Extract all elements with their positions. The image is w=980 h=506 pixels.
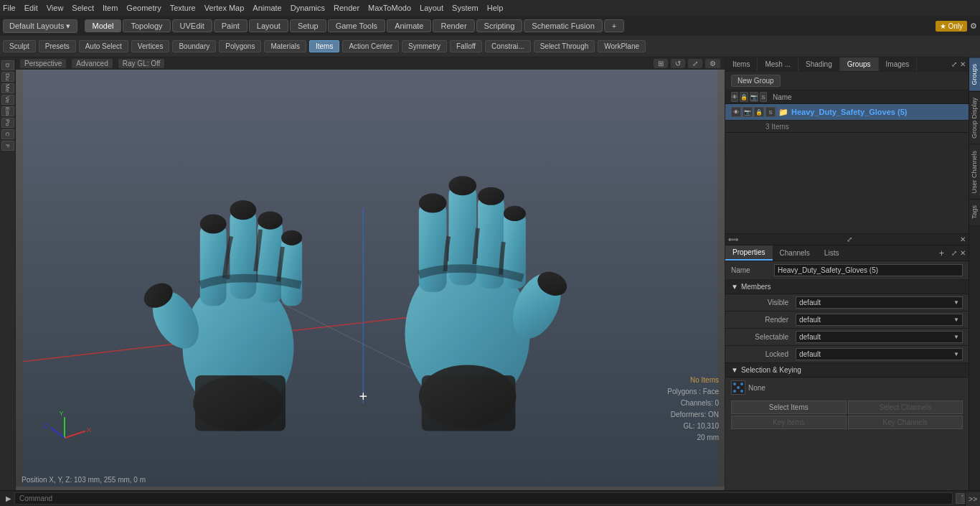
select-through-button[interactable]: Select Through: [534, 40, 595, 52]
sculpt-button[interactable]: Sculpt: [3, 40, 36, 52]
polygons-button[interactable]: Polygons: [219, 40, 261, 52]
layout-tab-schematic[interactable]: Schematic Fusion: [524, 19, 602, 32]
layout-tab-render[interactable]: Render: [433, 19, 474, 32]
viewport-icon-1[interactable]: ⊞: [654, 59, 668, 68]
key-channels-button[interactable]: Key Channels: [848, 416, 963, 429]
menu-maxtomodo[interactable]: MaxToModo: [368, 4, 411, 12]
layout-tab-setup[interactable]: Setup: [290, 19, 326, 32]
locked-select[interactable]: default ▼: [796, 348, 963, 360]
sidebar-item-7[interactable]: C: [1, 129, 14, 139]
visible-select[interactable]: default ▼: [796, 296, 963, 309]
menu-item[interactable]: Item: [103, 4, 118, 12]
layout-tab-model[interactable]: Model: [85, 19, 122, 32]
key-items-button[interactable]: Key Items: [731, 416, 847, 429]
sidebar-item-3[interactable]: Me: [1, 83, 14, 93]
name-input[interactable]: [774, 264, 963, 276]
panel-tab-items[interactable]: Items: [725, 57, 758, 71]
panel-tab-mesh[interactable]: Mesh ...: [758, 57, 798, 71]
panel-resize-icon3[interactable]: ✕: [960, 235, 966, 243]
viewport-mode[interactable]: Advanced: [72, 59, 112, 68]
v-tab-tags[interactable]: Tags: [969, 199, 980, 225]
viewport-icon-4[interactable]: ⚙: [705, 59, 720, 68]
sidebar-item-2[interactable]: Du: [1, 72, 14, 82]
menu-render[interactable]: Render: [334, 4, 359, 12]
layout-tab-paint[interactable]: Paint: [214, 19, 248, 32]
sidebar-item-6[interactable]: Po: [1, 118, 14, 128]
layout-tab-topology[interactable]: Topology: [123, 19, 170, 32]
panel-resize-icon[interactable]: ⟺: [728, 235, 738, 243]
select-channels-button[interactable]: Select Channels: [848, 400, 963, 414]
command-input[interactable]: [14, 492, 953, 505]
panel-close-icon[interactable]: ✕: [960, 60, 966, 68]
members-section-header[interactable]: ▼ Members: [725, 280, 969, 294]
menu-animate[interactable]: Animate: [253, 4, 281, 12]
group-render-icon[interactable]: 📷: [743, 107, 753, 117]
auto-select-button[interactable]: Auto Select: [79, 40, 128, 52]
falloff-button[interactable]: Falloff: [450, 40, 482, 52]
items-button[interactable]: Items: [309, 40, 339, 52]
settings-icon[interactable]: ⚙: [970, 22, 977, 31]
layout-tab-uvedit[interactable]: UVEdit: [172, 19, 212, 32]
panel-resize-icon2[interactable]: ⤢: [847, 235, 852, 243]
vertices-button[interactable]: Vertices: [131, 40, 170, 52]
selectable-select[interactable]: default ▼: [796, 331, 963, 343]
menu-edit[interactable]: Edit: [24, 4, 38, 12]
viewport-canvas[interactable]: X Y Z No Items Polygons : Face Channels:…: [16, 70, 725, 487]
viewport-ray[interactable]: Ray GL: Off: [118, 59, 165, 68]
layout-dropdown[interactable]: Default Layouts ▾: [3, 19, 77, 33]
action-center-button[interactable]: Action Center: [342, 40, 399, 52]
prop-resize-icon1[interactable]: ⤢: [951, 249, 957, 257]
prop-tab-properties[interactable]: Properties: [725, 245, 773, 261]
viewport-perspective[interactable]: Perspective: [20, 59, 66, 68]
boundary-button[interactable]: Boundary: [172, 40, 216, 52]
group-eye-icon[interactable]: 👁: [731, 107, 741, 117]
menu-file[interactable]: File: [3, 4, 16, 12]
panel-expand-icon[interactable]: ⤢: [951, 60, 957, 68]
prop-tab-channels[interactable]: Channels: [773, 246, 817, 260]
panel-tab-groups[interactable]: Groups: [840, 57, 879, 71]
render-select[interactable]: default ▼: [796, 314, 963, 326]
layout-tab-layout[interactable]: Layout: [249, 19, 288, 32]
panel-tab-shading[interactable]: Shading: [798, 57, 840, 71]
select-items-button[interactable]: Select Items: [731, 400, 847, 414]
menu-dynamics[interactable]: Dynamics: [291, 4, 325, 12]
v-tab-groups[interactable]: Groups: [969, 57, 980, 91]
constrain-button[interactable]: Constrai...: [485, 40, 531, 52]
sidebar-item-5[interactable]: Em: [1, 106, 14, 116]
layout-tab-scripting[interactable]: Scripting: [476, 19, 523, 32]
panel-tab-images[interactable]: Images: [879, 57, 918, 71]
menu-system[interactable]: System: [452, 4, 479, 12]
menu-view[interactable]: View: [47, 4, 64, 12]
menu-layout[interactable]: Layout: [420, 4, 443, 12]
menu-select[interactable]: Select: [72, 4, 94, 12]
prop-tab-lists[interactable]: Lists: [817, 246, 847, 260]
viewport-icon-2[interactable]: ↺: [671, 59, 685, 68]
menu-geometry[interactable]: Geometry: [126, 4, 161, 12]
menu-texture[interactable]: Texture: [170, 4, 196, 12]
layout-tab-animate[interactable]: Animate: [387, 19, 431, 32]
menu-help[interactable]: Help: [487, 4, 504, 12]
presets-button[interactable]: Presets: [39, 40, 76, 52]
new-group-button[interactable]: New Group: [731, 75, 781, 87]
viewport[interactable]: Perspective Advanced Ray GL: Off ⊞ ↺ ⤢ ⚙: [16, 57, 725, 490]
group-item[interactable]: 👁 📷 🔒 S 📁 Heavy_Duty_Safety_Gloves (5): [725, 104, 969, 121]
materials-button[interactable]: Materials: [264, 40, 306, 52]
sidebar-item-4[interactable]: Ve: [1, 95, 14, 105]
scroll-down-button[interactable]: >>: [965, 492, 980, 506]
viewport-icon-3[interactable]: ⤢: [688, 59, 702, 68]
v-tab-user-channels[interactable]: User Channels: [969, 144, 980, 200]
layout-tab-add[interactable]: +: [604, 19, 624, 32]
menu-vertexmap[interactable]: Vertex Map: [204, 4, 245, 12]
v-tab-group-display[interactable]: Group Display: [969, 91, 980, 144]
star-only-button[interactable]: ★ Only: [936, 21, 967, 32]
layout-tab-gametools[interactable]: Game Tools: [328, 19, 386, 32]
sidebar-item-1[interactable]: D: [1, 60, 14, 70]
prop-resize-icon2[interactable]: ✕: [960, 249, 966, 257]
group-solo-icon[interactable]: S: [765, 107, 776, 117]
sidebar-item-8[interactable]: F: [1, 141, 14, 151]
prop-tab-add[interactable]: +: [935, 247, 948, 260]
bottom-arrow-icon[interactable]: ▶: [6, 495, 11, 502]
group-lock-icon[interactable]: 🔒: [754, 107, 764, 117]
workplane-button[interactable]: WorkPlane: [598, 40, 646, 52]
symmetry-button[interactable]: Symmetry: [402, 40, 447, 52]
